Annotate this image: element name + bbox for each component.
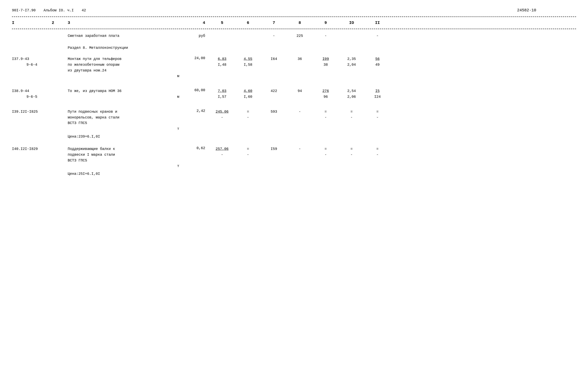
entry-138-col9: 276 96 bbox=[313, 88, 339, 100]
entry-137-main: I37.9-43 9-6-4 Монтаж пути для тельферов… bbox=[12, 54, 576, 81]
entry-139-col10: = - bbox=[339, 109, 364, 121]
entry-140-desc: Поддерживающие балки к подвески I марка … bbox=[68, 146, 183, 169]
col-header-1: I bbox=[12, 21, 52, 25]
section-header: Раздел 8. Металлоконструкции bbox=[12, 43, 576, 51]
section-label: Раздел 8. Металлоконструкции bbox=[68, 46, 128, 50]
salary-col7: - bbox=[261, 34, 287, 38]
doc-album: Альбом IO. ч.I bbox=[44, 8, 74, 12]
col-header-9: 9 bbox=[313, 21, 339, 25]
doc-code: 90I-7-I7.90 bbox=[12, 8, 36, 12]
entry-137-col6: 4,55 I,58 bbox=[235, 56, 261, 68]
salary-row: Сметная заработная плата руб - 225 - - bbox=[12, 32, 576, 39]
entry-137-desc: Монтаж пути для тельферов по железобетон… bbox=[68, 56, 183, 79]
col-header-6: 6 bbox=[235, 21, 261, 25]
entry-140-col9: = - bbox=[313, 146, 339, 158]
entry-138-col5: 7,03 I,57 bbox=[209, 88, 235, 100]
top-divider bbox=[12, 17, 576, 17]
entry-137-col7: I64 bbox=[261, 56, 287, 62]
entry-138-col7: 422 bbox=[261, 88, 287, 94]
entry-139-col6: = - bbox=[235, 109, 261, 121]
column-headers-row: I 2 3 4 5 6 7 8 9 IO II bbox=[12, 19, 576, 27]
entry-139-col8: - bbox=[287, 109, 313, 115]
entry-138-main: I38.9-44 9-6-5 То же, из двутавра НОМ 36… bbox=[12, 87, 576, 101]
entry-139-note: Цена:239+6.I,0I bbox=[68, 135, 576, 139]
entry-139-id: I39.I2I-I825 bbox=[12, 109, 52, 115]
entry-137-col9: I09 38 bbox=[313, 56, 339, 68]
entry-139-main: I39.I2I-I825 Пути подвесных кранов и мон… bbox=[12, 107, 576, 133]
col-header-3: 3 bbox=[68, 21, 183, 25]
entry-138-col11: I5 I24 bbox=[364, 88, 390, 100]
entry-139: I39.I2I-I825 Пути подвесных кранов и мон… bbox=[12, 107, 576, 139]
entry-139-desc: Пути подвесных кранов и монорельсов, мар… bbox=[68, 109, 183, 132]
col-header-11: II bbox=[364, 21, 390, 25]
entry-139-qty: 2,42 bbox=[183, 109, 209, 113]
entry-140-qty: 0,62 bbox=[183, 146, 209, 150]
entry-137-id: I37.9-43 9-6-4 bbox=[12, 56, 52, 68]
entry-140-id: I40.I2I-I829 bbox=[12, 146, 52, 152]
entry-139-col9: = - bbox=[313, 109, 339, 121]
entry-137-col8: 36 bbox=[287, 56, 313, 62]
doc-number: 24582·10 bbox=[517, 8, 536, 13]
salary-unit: руб bbox=[183, 34, 209, 38]
salary-col8: 225 bbox=[287, 34, 313, 38]
col-header-8: 8 bbox=[287, 21, 313, 25]
salary-col11: - bbox=[364, 34, 390, 38]
entry-139-col11: = - bbox=[364, 109, 390, 121]
entry-140-col5: 257,06 - bbox=[209, 146, 235, 158]
entry-138: I38.9-44 9-6-5 То же, из двутавра НОМ 36… bbox=[12, 87, 576, 101]
salary-col9: - bbox=[313, 34, 339, 38]
entry-140-col11: = - bbox=[364, 146, 390, 158]
entry-137-qty: 24,00 bbox=[183, 56, 209, 60]
col-header-7: 7 bbox=[261, 21, 287, 25]
header-divider bbox=[12, 29, 576, 29]
entry-140-col6: = - bbox=[235, 146, 261, 158]
entry-138-id: I38.9-44 9-6-5 bbox=[12, 88, 52, 100]
col-header-4: 4 bbox=[183, 21, 209, 25]
header-left: 90I-7-I7.90 Альбом IO. ч.I 42 bbox=[12, 8, 86, 12]
entry-137-col10: 2,35 2,04 bbox=[339, 56, 364, 68]
entry-137-col5: 6,83 I,48 bbox=[209, 56, 235, 68]
entry-140-note: Цена:25I+6.I,0I bbox=[68, 172, 576, 176]
entry-138-col6: 4,60 I,60 bbox=[235, 88, 261, 100]
entry-139-col5: 245,06 - bbox=[209, 109, 235, 121]
doc-page: 42 bbox=[82, 8, 86, 12]
entry-137-col11: 56 49 bbox=[364, 56, 390, 68]
entry-138-col10: 2,54 2,06 bbox=[339, 88, 364, 100]
entry-140: I40.I2I-I829 Поддерживающие балки к подв… bbox=[12, 145, 576, 176]
entry-140-main: I40.I2I-I829 Поддерживающие балки к подв… bbox=[12, 145, 576, 170]
entry-140-col10: = - bbox=[339, 146, 364, 158]
page-header: 90I-7-I7.90 Альбом IO. ч.I 42 24582·10 bbox=[12, 8, 576, 13]
entry-140-col8: - bbox=[287, 146, 313, 152]
entry-138-col8: 94 bbox=[287, 88, 313, 94]
entry-139-col7: 593 bbox=[261, 109, 287, 115]
entry-137: I37.9-43 9-6-4 Монтаж пути для тельферов… bbox=[12, 54, 576, 81]
entry-138-desc: То же, из двутавра НОМ 36 м bbox=[68, 88, 183, 100]
salary-desc: Сметная заработная плата bbox=[68, 34, 183, 38]
col-header-10: IO bbox=[339, 21, 364, 25]
entry-138-qty: 60,00 bbox=[183, 88, 209, 92]
col-header-2: 2 bbox=[52, 21, 68, 25]
col-header-5: 5 bbox=[209, 21, 235, 25]
entry-140-col7: I59 bbox=[261, 146, 287, 152]
